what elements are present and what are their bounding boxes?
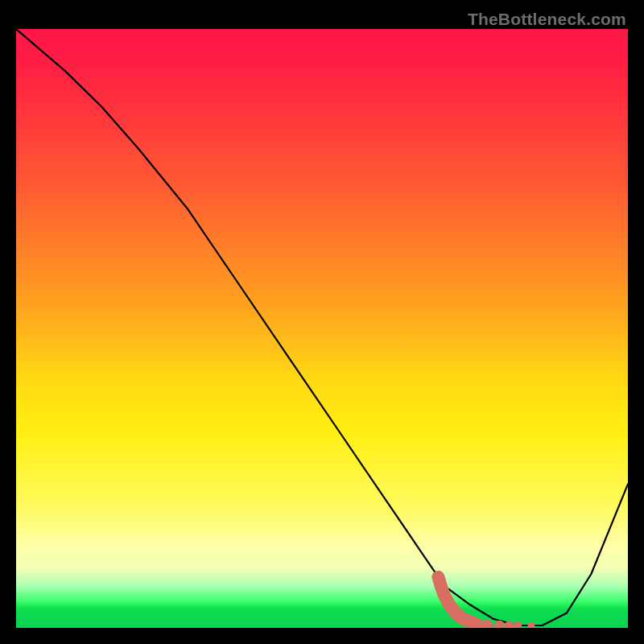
highlight-cluster (438, 577, 535, 628)
highlight-dot (481, 620, 493, 628)
highlight-dot (514, 621, 522, 628)
chart-frame: TheBottleneck.com (10, 10, 634, 634)
highlight-cluster-stroke (438, 577, 476, 624)
bottleneck-curve-path (16, 29, 628, 625)
plot-area (16, 29, 628, 628)
plot-svg (16, 29, 628, 628)
watermark-text: TheBottleneck.com (468, 10, 626, 29)
bottleneck-curve (16, 29, 628, 625)
highlight-dot (527, 621, 535, 628)
